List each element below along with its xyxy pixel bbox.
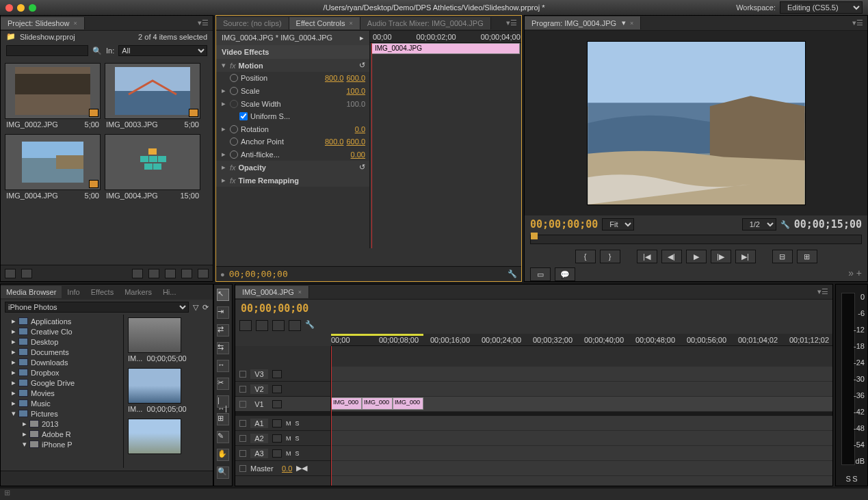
mute-icon[interactable] xyxy=(272,449,282,458)
program-viewport[interactable] xyxy=(525,31,867,215)
filter-icon[interactable]: ▽ xyxy=(193,303,198,312)
workspace-selector[interactable]: Editing (CS5.5) xyxy=(780,1,863,14)
track-a1[interactable] xyxy=(331,416,832,431)
go-to-out-button[interactable]: ▶| xyxy=(735,250,756,263)
play-button[interactable]: ▶ xyxy=(686,250,707,263)
solo-button[interactable]: S xyxy=(845,475,850,483)
media-list[interactable]: IM... 00;00;05;00 IM... 00;00;05;00 xyxy=(124,315,213,468)
automate-button[interactable] xyxy=(132,269,143,278)
refresh-icon[interactable]: ⟳ xyxy=(202,303,209,312)
track-master[interactable] xyxy=(331,461,832,476)
folder-tree[interactable]: ▸Applications ▸Creative Clo ▸Desktop ▸Do… xyxy=(1,315,124,468)
timeline-clip[interactable]: IMG_000 xyxy=(362,397,393,410)
bin-item[interactable]: IMG_0004.JPG5;00 xyxy=(5,134,101,201)
playhead-marker[interactable] xyxy=(531,233,538,239)
position-x-value[interactable]: 800.0 xyxy=(325,74,344,82)
eye-icon[interactable] xyxy=(272,370,282,378)
playhead[interactable] xyxy=(371,43,372,248)
slide-tool[interactable]: ⊞ xyxy=(217,413,229,425)
timeline-playhead[interactable] xyxy=(331,346,332,486)
flicker-value[interactable]: 0.00 xyxy=(351,150,365,159)
add-button[interactable]: » + xyxy=(848,267,862,281)
close-icon[interactable]: × xyxy=(298,289,302,295)
new-item-button[interactable] xyxy=(181,269,192,278)
track-header-v2[interactable]: V2 xyxy=(235,382,330,397)
project-tab[interactable]: Project: Slideshow× xyxy=(1,17,85,29)
step-forward-button[interactable]: |▶ xyxy=(711,250,731,263)
snap-button[interactable] xyxy=(239,320,252,331)
track-a2[interactable] xyxy=(331,431,832,446)
chevron-right-icon[interactable]: ▸ xyxy=(360,34,364,42)
info-tab[interactable]: Info xyxy=(62,286,85,298)
twirl-icon[interactable]: ▸ xyxy=(220,163,227,172)
media-item[interactable]: IM... 00;00;05;00 xyxy=(124,365,213,416)
anchor-x-value[interactable]: 800.0 xyxy=(325,137,344,146)
panel-menu-icon[interactable]: ▾☰ xyxy=(852,18,863,27)
panel-menu-icon[interactable]: ▾☰ xyxy=(506,18,517,27)
lock-icon[interactable] xyxy=(239,371,246,378)
eye-icon[interactable] xyxy=(272,400,282,408)
twirl-icon[interactable]: ▸ xyxy=(220,86,227,95)
stopwatch-icon[interactable] xyxy=(230,137,238,146)
hand-tool[interactable]: ✋ xyxy=(217,449,229,461)
eye-icon[interactable] xyxy=(272,385,282,393)
lock-icon[interactable] xyxy=(239,420,246,427)
delete-button[interactable] xyxy=(198,269,209,278)
zoom-fit-select[interactable]: Fit xyxy=(602,218,634,231)
track-header-a2[interactable]: A2MS xyxy=(235,431,330,446)
lift-button[interactable]: ⊟ xyxy=(772,250,793,263)
audio-mixer-tab[interactable]: Audio Track Mixer: IMG_0004.JPG xyxy=(360,17,491,29)
razor-tool[interactable]: ✂ xyxy=(217,378,229,390)
icon-view-button[interactable] xyxy=(21,269,32,278)
go-to-in-button[interactable]: |◀ xyxy=(637,250,657,263)
wrench-icon[interactable]: 🔧 xyxy=(305,320,315,331)
track-header-v1[interactable]: V1 xyxy=(235,397,330,412)
find-button[interactable] xyxy=(148,269,159,278)
uniform-scale-checkbox[interactable] xyxy=(239,112,248,120)
media-browser-tab[interactable]: Media Browser xyxy=(1,286,62,298)
track-header-master[interactable]: Master0.0▶◀ xyxy=(235,461,330,476)
step-back-button[interactable]: ◀| xyxy=(661,250,682,263)
scale-value[interactable]: 100.0 xyxy=(346,87,365,95)
mute-icon[interactable] xyxy=(272,434,282,443)
program-ruler[interactable] xyxy=(530,235,862,244)
comparison-button[interactable]: 💬 xyxy=(555,267,575,281)
markers-tab[interactable]: Markers xyxy=(119,286,157,298)
rate-stretch-tool[interactable]: ↔ xyxy=(217,360,229,372)
selection-tool[interactable]: ↖ xyxy=(217,289,229,301)
stopwatch-icon[interactable] xyxy=(230,87,238,95)
source-tab[interactable]: Source: (no clips) xyxy=(216,17,289,29)
media-item[interactable] xyxy=(124,416,213,458)
solo-button[interactable]: S xyxy=(852,475,857,483)
in-filter-select[interactable]: All xyxy=(118,45,207,56)
lock-icon[interactable] xyxy=(239,435,246,442)
bin-item[interactable]: IMG_0004.JPG15;00 xyxy=(105,134,200,201)
track-header-a3[interactable]: A3MS xyxy=(235,446,330,461)
timeline-clip[interactable]: IMG_000 xyxy=(331,397,362,410)
bin-item[interactable]: IMG_0002.JPG5;00 xyxy=(5,63,101,130)
effect-clip-bar[interactable]: IMG_0004.JPG xyxy=(371,43,520,54)
pen-tool[interactable]: ✎ xyxy=(217,431,229,443)
mute-icon[interactable] xyxy=(272,419,282,427)
reset-icon[interactable]: ↺ xyxy=(359,163,365,172)
twirl-icon[interactable]: ▸ xyxy=(220,150,227,159)
track-v1[interactable]: IMG_000 IMG_000 IMG_000 xyxy=(331,397,832,412)
zoom-icon[interactable]: 🔧 xyxy=(508,269,517,278)
sequence-tab[interactable]: IMG_0004.JPG× xyxy=(235,286,309,298)
settings-button[interactable] xyxy=(289,320,301,331)
slip-tool[interactable]: |↔| xyxy=(217,395,229,408)
track-header-v3[interactable]: V3 xyxy=(235,367,330,382)
export-frame-button[interactable]: ▭ xyxy=(530,267,551,281)
program-tc-left[interactable]: 00;00;00;00 xyxy=(530,218,598,231)
track-header-a1[interactable]: A1MS xyxy=(235,416,330,431)
ripple-edit-tool[interactable]: ⇄ xyxy=(217,324,229,337)
panel-menu-icon[interactable]: ▾☰ xyxy=(198,18,209,27)
linked-selection-button[interactable] xyxy=(256,320,268,331)
program-tab[interactable]: Program: IMG_0004.JPG▾× xyxy=(525,16,641,29)
track-v2[interactable] xyxy=(331,382,832,397)
twirl-icon[interactable]: ▾ xyxy=(220,61,227,70)
anchor-y-value[interactable]: 600.0 xyxy=(346,137,365,146)
track-a3[interactable] xyxy=(331,446,832,461)
track-select-tool[interactable]: ⇥ xyxy=(217,306,229,319)
effect-mini-timeline[interactable]: 00;0000;00;02;0000;00;04;00 IMG_0004.JPG xyxy=(370,31,521,248)
